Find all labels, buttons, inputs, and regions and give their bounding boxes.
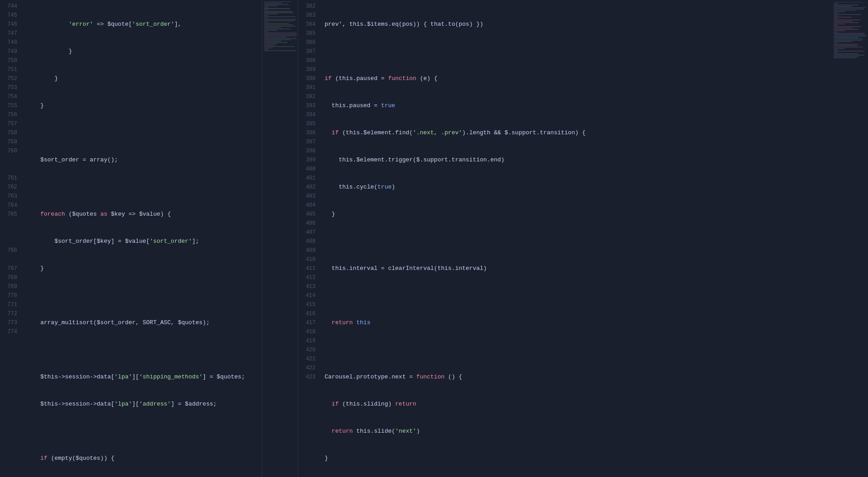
left-code-lines: 'error' => $quote['sort_order'], } } } $… xyxy=(22,0,262,477)
left-line-numbers: 744 745 746 747 748 749 750 751 752 753 … xyxy=(0,0,22,477)
right-line-numbers: 382 383 384 385 386 387 388 389 390 391 … xyxy=(298,0,320,477)
editor-panel: 744 745 746 747 748 749 750 751 752 753 … xyxy=(0,0,868,477)
left-minimap[interactable] xyxy=(262,0,298,477)
left-code-pane: 744 745 746 747 748 749 750 751 752 753 … xyxy=(0,0,262,477)
right-code-pane: 382 383 384 385 386 387 388 389 390 391 … xyxy=(298,0,832,477)
right-code-lines: prev', this.$items.eq(pos)) { that.to(po… xyxy=(320,0,832,477)
right-minimap[interactable] xyxy=(832,0,868,477)
